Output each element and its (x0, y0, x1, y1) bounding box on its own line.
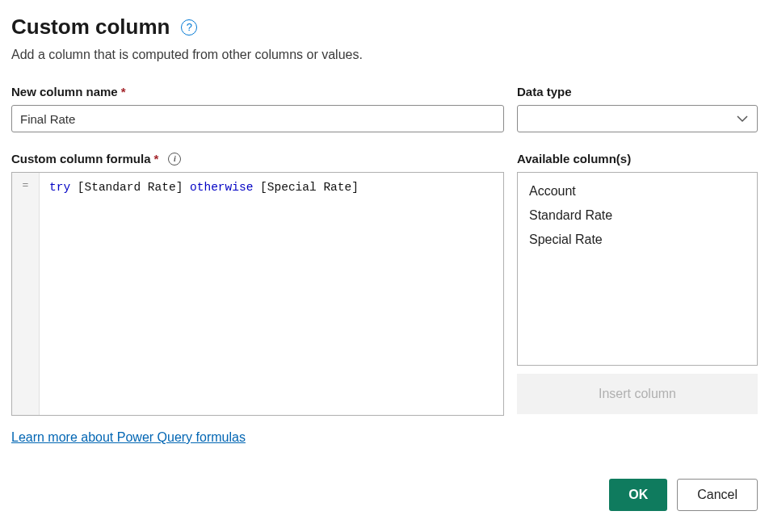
token-try: try (49, 181, 70, 194)
formula-editor[interactable]: = try [Standard Rate] otherwise [Special… (11, 172, 504, 416)
cancel-button[interactable]: Cancel (677, 479, 758, 511)
formula-code[interactable]: try [Standard Rate] otherwise [Special R… (40, 173, 503, 415)
new-column-name-label-text: New column name (11, 85, 118, 98)
info-icon[interactable]: i (168, 153, 181, 165)
available-column-item[interactable]: Standard Rate (518, 203, 757, 228)
available-columns-list: Account Standard Rate Special Rate (517, 172, 758, 366)
token-col2: [Special Rate] (260, 181, 359, 194)
insert-column-button: Insert column (517, 374, 758, 414)
ok-button[interactable]: OK (609, 479, 667, 511)
new-column-name-label: New column name * (11, 85, 504, 98)
data-type-label: Data type (517, 85, 758, 98)
formula-label: Custom column formula * i (11, 152, 504, 165)
dialog-footer: OK Cancel (11, 479, 758, 511)
dialog-subtitle: Add a column that is computed from other… (11, 48, 758, 62)
required-indicator: * (121, 85, 126, 98)
available-column-item[interactable]: Account (518, 179, 757, 203)
available-columns-label: Available column(s) (517, 152, 758, 165)
token-otherwise: otherwise (190, 181, 253, 194)
formula-label-text: Custom column formula (11, 152, 151, 165)
formula-gutter: = (12, 173, 40, 415)
token-col1: [Standard Rate] (78, 181, 183, 194)
available-column-item[interactable]: Special Rate (518, 228, 757, 252)
help-icon[interactable]: ? (181, 19, 197, 36)
learn-more-link[interactable]: Learn more about Power Query formulas (11, 430, 504, 445)
data-type-select[interactable] (517, 105, 758, 132)
dialog-title: Custom column (11, 15, 170, 40)
required-indicator: * (154, 152, 159, 165)
new-column-name-input[interactable] (11, 105, 504, 132)
